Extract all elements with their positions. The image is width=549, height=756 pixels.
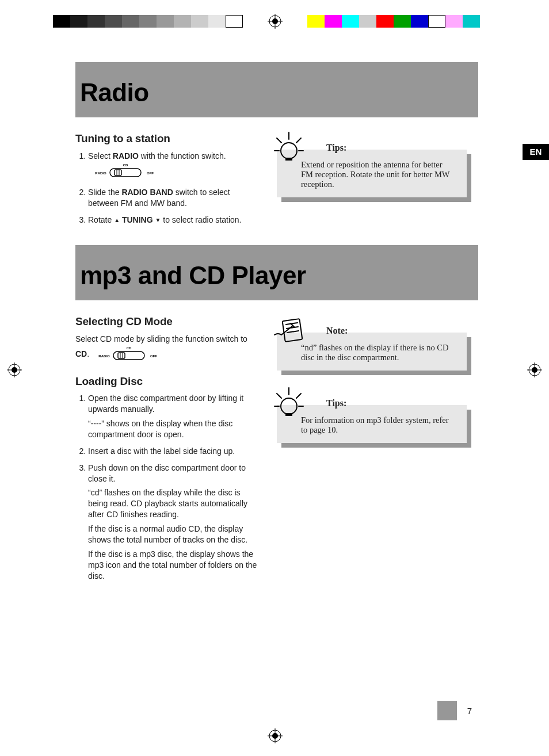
svg-rect-33 [118, 353, 125, 358]
page-footer: 7 [437, 701, 472, 720]
svg-rect-36 [283, 319, 303, 342]
callout-title: Note: [326, 326, 348, 336]
process-color-bar [307, 15, 480, 28]
grayscale-bar [53, 15, 243, 28]
radio-steps: Tuning to a station Select RADIO with th… [75, 131, 260, 231]
section-title: mp3 and CD Player [80, 261, 478, 290]
note-callout: Note: “nd” flashes on the display if the… [277, 333, 467, 371]
swatch [174, 15, 191, 28]
swatch [445, 15, 463, 28]
step: Rotate TUNING to select radio station. [88, 215, 260, 226]
swatch [307, 15, 325, 28]
svg-text:OFF: OFF [150, 354, 157, 358]
registration-mark-icon [268, 728, 283, 743]
swatch [226, 15, 243, 28]
subheading-select-cd: Selecting CD Mode [75, 314, 260, 329]
swatch [157, 15, 174, 28]
callout-body: Extend or reposition the antenna for bet… [301, 160, 456, 189]
step: Open the disc compartment door by liftin… [88, 393, 260, 440]
swatch [70, 15, 87, 28]
swatch [105, 15, 122, 28]
svg-line-42 [277, 394, 281, 398]
page-content: Radio Tuning to a station Select RADIO w… [75, 62, 478, 587]
svg-text:RADIO: RADIO [95, 171, 106, 175]
registration-mark-icon [527, 362, 542, 377]
function-switch-icon: CD RADIO OFF [94, 162, 157, 182]
svg-text:RADIO: RADIO [98, 354, 110, 358]
svg-line-39 [287, 331, 299, 333]
section-header-radio: Radio [75, 62, 478, 117]
subheading-loading-disc: Loading Disc [75, 374, 260, 389]
svg-line-38 [287, 327, 298, 329]
svg-rect-20 [115, 170, 121, 175]
svg-line-26 [296, 138, 301, 143]
svg-text:OFF: OFF [147, 171, 154, 175]
lightbulb-icon [269, 127, 309, 167]
svg-point-40 [281, 398, 297, 414]
swatch [359, 15, 376, 28]
svg-text:CD: CD [123, 163, 128, 167]
registration-mark-icon [268, 14, 283, 29]
swatch [411, 15, 428, 28]
step: Slide the RADIO BAND switch to select be… [88, 187, 260, 209]
subheading-tuning: Tuning to a station [75, 131, 260, 146]
note-hand-icon [269, 310, 309, 350]
swatch [463, 15, 480, 28]
section-title: Radio [80, 78, 478, 107]
tips-callout: Tips: Extend or reposition the antenna f… [277, 150, 467, 197]
function-switch-icon: CD RADIO OFF [97, 345, 161, 365]
swatch [191, 15, 208, 28]
triangle-down-icon [155, 215, 161, 224]
swatch [342, 15, 359, 28]
step: Push down on the disc compartment door t… [88, 463, 260, 582]
swatch [122, 15, 139, 28]
swatch [208, 15, 226, 28]
tips-callout: Tips: For information on mp3 folder syst… [277, 405, 467, 443]
svg-line-25 [277, 138, 281, 143]
footer-page-marker [437, 701, 457, 720]
triangle-up-icon [114, 215, 120, 224]
step: Insert a disc with the label side facing… [88, 446, 260, 457]
svg-text:CD: CD [127, 346, 132, 350]
cd-steps: Selecting CD Mode Select CD mode by slid… [75, 314, 260, 587]
callout-title: Tips: [326, 143, 346, 153]
svg-line-43 [296, 394, 301, 398]
step: Select RADIO with the function switch. C… [88, 151, 260, 182]
lightbulb-icon [269, 382, 309, 422]
callout-body: “nd” flashes on the display if there is … [301, 343, 456, 362]
language-tab: EN [523, 144, 549, 160]
swatch [376, 15, 394, 28]
swatch [325, 15, 342, 28]
callout-body: For information on mp3 folder system, re… [301, 415, 456, 435]
page-number: 7 [467, 706, 472, 716]
callout-title: Tips: [326, 398, 346, 408]
swatch [428, 15, 445, 28]
section-header-mp3cd: mp3 and CD Player [75, 245, 478, 300]
svg-point-23 [281, 143, 297, 159]
swatch [53, 15, 70, 28]
registration-mark-icon [7, 362, 22, 377]
swatch [139, 15, 157, 28]
swatch [87, 15, 105, 28]
swatch [394, 15, 411, 28]
